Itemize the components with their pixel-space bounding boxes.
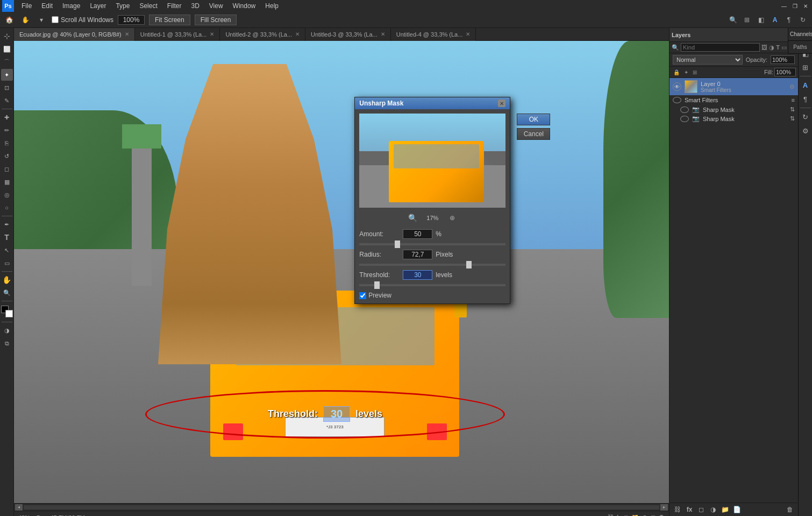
add-mask-button[interactable]: ◻ (696, 505, 706, 514)
tab-untitled1-close[interactable]: ✕ (210, 31, 214, 37)
fx-icon[interactable]: fx (617, 514, 622, 516)
close-button[interactable]: ✕ (801, 2, 810, 10)
canvas-image[interactable]: *J3 3723 Threshold: 30 (14, 41, 669, 503)
lock-all-icon[interactable]: ⊞ (691, 69, 699, 76)
horizontal-scrollbar[interactable]: ◂ ▸ (14, 503, 669, 511)
trash-icon[interactable]: 🗑 (659, 514, 665, 516)
delete-layer-button[interactable]: 🗑 (785, 505, 795, 514)
kind-adjust-icon[interactable]: ◑ (769, 44, 774, 51)
smart-filter-eye[interactable] (673, 97, 681, 103)
menu-edit[interactable]: Edit (37, 1, 57, 11)
mask-mode[interactable]: ◑ (1, 324, 13, 336)
magic-wand-tool[interactable]: ✦ (1, 69, 13, 81)
amount-slider-thumb[interactable] (395, 241, 400, 248)
color-boxes[interactable] (1, 306, 13, 317)
menu-filter[interactable]: Filter (163, 1, 186, 11)
fit-screen-button[interactable]: Fit Screen (149, 15, 190, 25)
zoom-input[interactable] (118, 15, 145, 25)
paragraph-panel-icon[interactable]: ¶ (800, 94, 811, 104)
lock-move-icon[interactable]: ✦ (682, 69, 690, 76)
layer-search-input[interactable] (681, 43, 760, 52)
radius-slider[interactable] (359, 264, 505, 266)
rotate-icon[interactable]: ↻ (797, 14, 809, 26)
fill-input[interactable] (774, 68, 796, 76)
rotate-view-icon[interactable]: ↻ (800, 111, 811, 122)
arrange-icon[interactable]: ⊞ (741, 14, 753, 26)
scroll-track[interactable] (24, 505, 659, 510)
menu-file[interactable]: File (17, 1, 36, 11)
scroll-left-button[interactable]: ◂ (15, 504, 23, 511)
move-tool[interactable]: ⊹ (1, 30, 13, 42)
group-layers-button[interactable]: 📁 (720, 505, 730, 514)
tab-untitled1[interactable]: Untitled-1 @ 33,3% (La... ✕ (135, 28, 220, 41)
lasso-tool[interactable]: ⌒ (1, 56, 13, 68)
restore-button[interactable]: ❒ (790, 2, 799, 10)
dialog-preview[interactable] (359, 114, 505, 208)
layers-grid-icon[interactable]: ⊞ (800, 62, 811, 73)
sharp-mask-1-row[interactable]: 📷 Sharp Mask ⇅ (669, 105, 798, 114)
path-select-tool[interactable]: ↖ (1, 244, 13, 256)
threshold-slider-thumb[interactable] (374, 281, 380, 289)
zoom-in-button[interactable]: ⊕ (447, 213, 457, 223)
tab-ecuador[interactable]: Ecuador.jpg @ 40% (Layer 0, RGB/8#) ✕ (14, 28, 135, 41)
dodge-tool[interactable]: ○ (1, 202, 13, 214)
add-style-button[interactable]: fx (685, 505, 694, 514)
tab-untitled2[interactable]: Untitled-2 @ 33,3% (La... ✕ (220, 28, 305, 41)
clone-stamp-tool[interactable]: ⎘ (1, 137, 13, 149)
scroll-right-button[interactable]: ▸ (660, 504, 668, 511)
zoom-tool[interactable]: 🔍 (1, 287, 13, 299)
menu-type[interactable]: Type (111, 1, 134, 11)
channels-tab[interactable]: Channels (788, 28, 812, 41)
type-icon[interactable]: A (769, 14, 781, 26)
brush-tool[interactable]: ✏ (1, 124, 13, 136)
layer-item-main[interactable]: 👁 Layer 0 Smart Filters ⚙ (669, 78, 798, 95)
hand-tool-icon[interactable]: ✋ (19, 14, 31, 26)
preview-check-row[interactable]: Preview (359, 292, 505, 299)
menu-select[interactable]: Select (135, 1, 161, 11)
lock-icon[interactable]: 🔒 (672, 69, 681, 76)
filter-1-arrow[interactable]: ⇅ (790, 106, 795, 113)
eraser-tool[interactable]: ◻ (1, 163, 13, 175)
menu-layer[interactable]: Layer (86, 1, 110, 11)
kind-pixel-icon[interactable]: 🖼 (761, 44, 767, 51)
link-icon[interactable]: ⛓ (608, 514, 614, 516)
background-color[interactable] (5, 310, 13, 317)
screen-mode[interactable]: ⧉ (1, 337, 13, 349)
threshold-slider[interactable] (359, 284, 505, 286)
minimize-button[interactable]: — (780, 2, 788, 10)
mask-icon[interactable]: ◻ (651, 514, 656, 516)
type-tool[interactable]: T (1, 231, 13, 243)
scroll-all-checkbox[interactable] (52, 16, 59, 23)
blur-tool[interactable]: ◎ (1, 189, 13, 201)
radius-slider-thumb[interactable] (466, 261, 472, 268)
dialog-close-button[interactable]: ✕ (498, 100, 505, 107)
tab-ecuador-close[interactable]: ✕ (125, 31, 129, 37)
new-layer-icon[interactable]: □ (624, 514, 628, 516)
search-icon[interactable]: 🔍 (727, 14, 739, 26)
tab-untitled3-close[interactable]: ✕ (381, 31, 385, 37)
blend-mode-select[interactable]: Normal Multiply Screen Overlay (673, 55, 743, 65)
menu-image[interactable]: Image (58, 1, 84, 11)
channels-icon[interactable]: ◧ (755, 14, 767, 26)
filter-2-arrow[interactable]: ⇅ (790, 115, 795, 122)
hand-dropdown-icon[interactable]: ▾ (35, 14, 47, 26)
zoom-out-button[interactable]: 🔍 (408, 213, 417, 223)
home-icon[interactable]: 🏠 (3, 14, 15, 26)
unsharp-mask-dialog[interactable]: Unsharp Mask ✕ (354, 97, 510, 304)
amount-slider[interactable] (359, 243, 505, 245)
kind-shape-icon[interactable]: ▭ (781, 44, 787, 51)
paths-tab[interactable]: Paths (788, 41, 812, 54)
threshold-input[interactable] (403, 270, 432, 280)
menu-window[interactable]: Window (229, 1, 260, 11)
adjust-icon[interactable]: ◑ (642, 514, 647, 516)
fill-screen-button[interactable]: Fill Screen (195, 15, 237, 25)
tab-untitled3[interactable]: Untitled-3 @ 33,3% (La... ✕ (305, 28, 391, 41)
menu-view[interactable]: View (205, 1, 227, 11)
eyedropper-tool[interactable]: ✎ (1, 95, 13, 107)
layer-visibility-eye[interactable]: 👁 (673, 82, 681, 91)
dialog-titlebar[interactable]: Unsharp Mask ✕ (355, 97, 510, 109)
rectangle-marquee-tool[interactable]: ⬜ (1, 43, 13, 55)
settings-icon[interactable]: ⚙ (800, 125, 811, 136)
opacity-input[interactable] (771, 55, 795, 64)
sharp-mask-2-row[interactable]: 📷 Sharp Mask ⇅ (669, 114, 798, 123)
